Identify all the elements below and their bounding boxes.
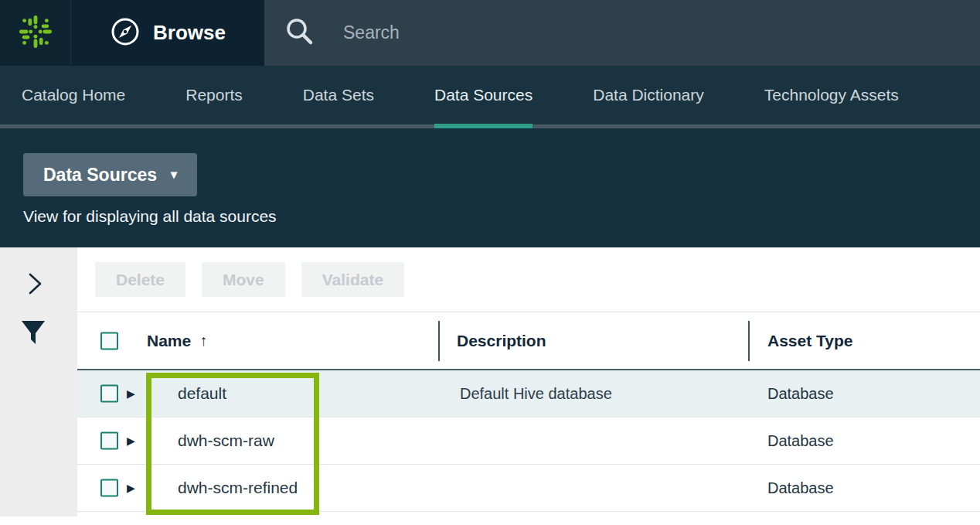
primary-nav: Catalog Home Reports Data Sets Data Sour… [0,66,980,128]
search-input[interactable]: Search [264,0,980,66]
sidebar-expand-button[interactable] [26,272,45,298]
row-checkbox[interactable] [100,385,118,403]
nav-tab-catalog-home[interactable]: Catalog Home [22,66,125,124]
nav-tab-data-dictionary[interactable]: Data Dictionary [593,66,704,124]
table-row[interactable]: ▶ dwh-scm-raw Database [77,418,980,465]
move-button[interactable]: Move [202,262,285,297]
view-description: View for displaying all data sources [23,207,980,226]
delete-button[interactable]: Delete [95,262,185,297]
column-header-name[interactable]: Name ↑ [147,332,207,350]
expand-row-icon[interactable]: ▶ [127,435,135,447]
logo-icon [18,14,53,53]
search-icon [284,16,315,50]
nav-tab-reports[interactable]: Reports [185,66,243,124]
filter-sidebar [0,247,77,516]
nav-tab-data-sources[interactable]: Data Sources [434,66,533,124]
compass-icon [110,16,141,50]
column-divider [438,321,440,361]
chevron-down-icon: ▾ [171,169,177,181]
sort-asc-icon: ↑ [199,332,207,349]
filter-icon[interactable] [21,320,46,353]
column-header-name-label: Name [147,332,191,350]
search-placeholder: Search [343,22,400,43]
top-bar: Browse Search [0,0,980,66]
app-logo[interactable] [0,0,71,66]
cell-asset-type: Database [767,432,834,450]
cell-asset-type: Database [767,385,834,403]
row-checkbox[interactable] [100,432,118,450]
cell-name[interactable]: dwh-scm-refined [178,479,298,497]
cell-name[interactable]: default [178,384,226,403]
table-header-row: Name ↑ Description Asset Type [77,312,980,370]
nav-tab-technology-assets[interactable]: Technology Assets [764,66,899,124]
validate-button[interactable]: Validate [301,262,404,297]
expand-row-icon[interactable]: ▶ [127,482,135,494]
view-selector-label: Data Sources [43,165,157,186]
row-checkbox[interactable] [100,479,118,497]
table-row[interactable]: ▶ dwh-scm-refined Database [77,465,980,512]
view-selector-dropdown[interactable]: Data Sources ▾ [23,153,197,196]
view-header: Data Sources ▾ View for displaying all d… [0,128,980,247]
browse-button[interactable]: Browse [71,0,264,66]
browse-label: Browse [153,21,226,45]
column-header-asset-type[interactable]: Asset Type [767,332,853,350]
column-header-description[interactable]: Description [457,332,546,350]
cell-description: Default Hive database [460,385,612,403]
data-sources-table: Name ↑ Description Asset Type ▶ default … [77,312,980,512]
content-area: Delete Move Validate Name ↑ Description … [0,247,980,525]
expand-row-icon[interactable]: ▶ [127,387,135,400]
select-all-checkbox[interactable] [100,332,118,349]
nav-tab-data-sets[interactable]: Data Sets [303,66,374,124]
bulk-actions-toolbar: Delete Move Validate [77,247,980,312]
column-divider [748,321,750,361]
cell-asset-type: Database [767,479,834,497]
cell-name[interactable]: dwh-scm-raw [178,431,274,450]
table-row[interactable]: ▶ default Default Hive database Database [77,370,980,418]
